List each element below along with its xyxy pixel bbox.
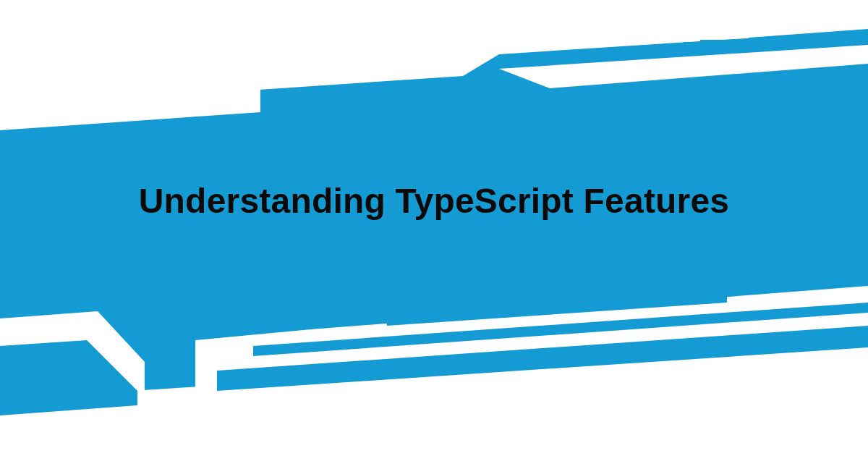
banner-background-shape bbox=[0, 0, 868, 456]
svg-rect-3 bbox=[669, 43, 678, 52]
svg-rect-5 bbox=[700, 40, 740, 48]
banner-canvas: Understanding TypeScript Features bbox=[0, 0, 868, 456]
banner-title: Understanding TypeScript Features bbox=[0, 181, 868, 221]
svg-rect-4 bbox=[684, 42, 692, 51]
